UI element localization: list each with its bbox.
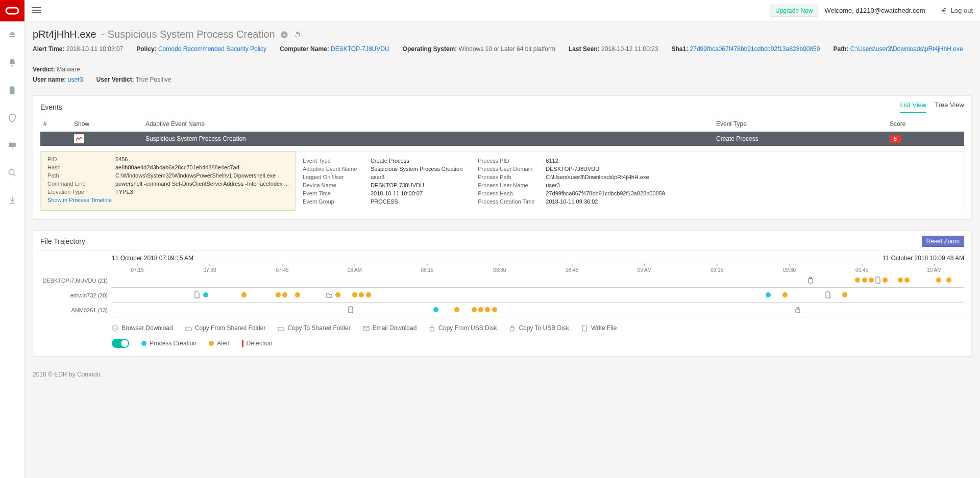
trajectory-track[interactable] <box>112 288 964 303</box>
phash-v[interactable]: 27d99fbca067f478bb91cdbcb92f13a828b00859 <box>546 190 665 196</box>
pdomain-l: Process User Domain <box>478 166 542 172</box>
nav-reports[interactable] <box>0 77 24 104</box>
cmd-v: powershell -command Set-DnsClientServerA… <box>115 181 289 187</box>
menu-toggle[interactable] <box>32 7 41 14</box>
col-idx: # <box>43 120 74 128</box>
svg-rect-1 <box>808 279 813 283</box>
tab-list-view[interactable]: List View <box>900 101 926 113</box>
tick: 09:15 <box>710 264 723 273</box>
timeline-end: 11 October 2018 10:09:48 AM <box>883 255 964 262</box>
path-link[interactable]: C:\Users\user3\Downloads\pRt4jHhH.exe <box>850 45 963 53</box>
alert-dot <box>472 307 477 312</box>
tick: 07:15 <box>131 264 144 273</box>
puser-v: user3 <box>546 182 560 188</box>
uverdict-label: User Verdict: <box>96 76 134 83</box>
page-title-row: pRt4jHhH.exe - Suspicious System Process… <box>33 29 972 40</box>
hash-v[interactable]: ae8b80ae4d2d3b4ab6a28cc701eb4d888e4ec7ad <box>115 164 239 170</box>
legend-alert: Alert <box>209 340 230 347</box>
trajectory-row-label: ANM0261 (13) <box>40 307 112 313</box>
brand-logo <box>0 0 24 21</box>
alert-dot <box>842 292 847 297</box>
event-row[interactable]: – Suspicious System Process Creation Cre… <box>40 132 964 146</box>
col-show: Show <box>74 120 145 128</box>
ppid-l: Process PID <box>478 158 542 164</box>
logout-button[interactable]: Log out <box>941 7 973 14</box>
trajectory-track[interactable] <box>112 303 964 317</box>
show-in-timeline[interactable]: Show in Process Timeline <box>47 197 112 203</box>
upgrade-button[interactable]: Upgrade Now <box>770 5 818 17</box>
col-type: Event Type <box>716 120 890 128</box>
etime-v[interactable]: 2018-10-11 10:00:07 <box>371 190 423 196</box>
svg-rect-8 <box>510 327 514 331</box>
nav-download[interactable] <box>0 187 24 214</box>
left-sidebar <box>0 0 24 478</box>
aname-v: Suspicious System Process Creation <box>371 166 462 172</box>
verified-icon <box>280 31 288 39</box>
trajectory-row-label: edrwin732 (20) <box>40 292 112 298</box>
phash-l: Process Hash <box>478 190 542 196</box>
legend-copy-to-usb: Copy To USB Disk <box>509 324 569 332</box>
username-link[interactable]: user3 <box>68 76 83 83</box>
tick: 07:45 <box>276 264 288 273</box>
legend-copy-from-usb: Copy From USB Disk <box>429 324 497 332</box>
svg-rect-6 <box>430 327 434 331</box>
file-icon <box>194 291 200 298</box>
meta-row-1: Alert Time: 2018-10-11 10:03:07 Policy: … <box>33 45 972 73</box>
tick: 10 AM <box>927 264 941 273</box>
events-header-row: # Show Adaptive Event Name Event Type Sc… <box>40 116 964 132</box>
alert-dot <box>782 292 788 297</box>
refresh-icon[interactable] <box>293 31 302 39</box>
legend-process-creation: Process Creation <box>141 340 197 347</box>
timeline-start: 11 October 2018 07:09:15 AM <box>112 255 193 262</box>
nav-dashboard[interactable] <box>0 21 24 49</box>
legend-toggle[interactable] <box>112 339 129 348</box>
uverdict-value: True Positive <box>136 76 172 83</box>
nav-alerts[interactable] <box>0 49 24 77</box>
lastseen-value: 2018-10-12 11:00:23 <box>601 45 658 53</box>
tick: 08:45 <box>566 264 578 273</box>
show-chart-toggle[interactable] <box>74 134 84 143</box>
etype-v: Create Process <box>371 158 409 164</box>
sha1-link[interactable]: 27d99fbca067f478bb91cdbcb92f13a828b00859 <box>690 45 820 53</box>
events-panel: Events List View Tree View # Show Adapti… <box>33 95 972 220</box>
svg-rect-2 <box>810 277 812 279</box>
tick: 09:45 <box>855 264 868 273</box>
tab-tree-view[interactable]: Tree View <box>935 101 964 113</box>
trajectory-track[interactable] <box>112 273 964 288</box>
verdict-label: Verdict: <box>33 66 55 73</box>
page-title-file: pRt4jHhH.exe <box>33 29 96 40</box>
process-dot <box>433 307 438 312</box>
file-trajectory-title: File Trajectory <box>40 237 922 245</box>
svg-rect-7 <box>431 325 433 327</box>
col-score: Score <box>890 120 961 128</box>
alert-dot <box>454 307 459 312</box>
computer-link[interactable]: DESKTOP-7J8UVDU <box>331 45 389 53</box>
alert-dot <box>366 292 371 297</box>
svg-rect-3 <box>796 309 800 313</box>
trajectory-row-edrwin: edrwin732 (20) <box>40 288 964 303</box>
alert-dot <box>478 307 483 312</box>
file-icon <box>348 306 354 313</box>
pdomain-v: DESKTOP-7J8UVDU <box>546 166 599 172</box>
lpath-v[interactable]: C:\Windows\System32\WindowsPowerShell\v1… <box>115 172 276 179</box>
legend-browser-download: Browser Download <box>112 324 173 332</box>
reset-zoom-button[interactable]: Reset Zoom <box>922 236 964 247</box>
events-title: Events <box>40 103 900 111</box>
policy-link[interactable]: Comodo Recommended Security Policy <box>158 45 266 53</box>
page-title-desc: - Suspicious System Process Creation <box>102 29 275 40</box>
ppath-v[interactable]: C:\Users\user3\Downloads\pRt4jHhH.exe <box>546 174 649 180</box>
elev-l: Elevation Type <box>47 189 111 195</box>
file-icon <box>875 276 881 284</box>
nav-protection[interactable] <box>0 104 24 132</box>
egroup-l: Event Group <box>303 198 366 205</box>
sha1-label: Sha1: <box>672 45 689 53</box>
luser-v: user3 <box>371 174 385 180</box>
pctime-v: 2018-10-11 09:36:02 <box>546 198 598 205</box>
legend-email-download: Email Download <box>363 324 417 332</box>
row-type: Create Process <box>716 135 890 142</box>
nav-devices[interactable] <box>0 132 24 159</box>
dev-v[interactable]: DESKTOP-7J8UVDU <box>371 182 424 188</box>
etype-l: Event Type <box>303 158 366 164</box>
nav-search[interactable] <box>0 159 24 187</box>
alert-dot <box>352 292 357 297</box>
